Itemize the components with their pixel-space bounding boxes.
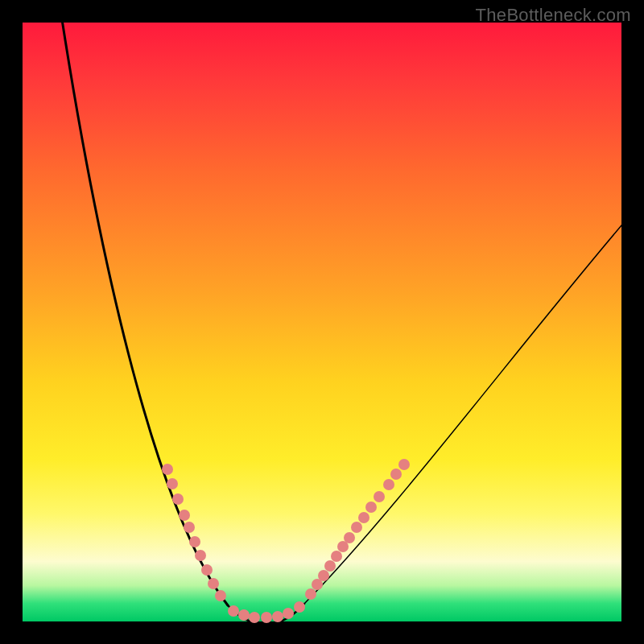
curve-left-branch bbox=[61, 14, 228, 605]
svg-point-26 bbox=[365, 502, 377, 513]
curve-right-branch bbox=[304, 192, 644, 604]
svg-point-15 bbox=[283, 608, 294, 619]
svg-point-17 bbox=[305, 588, 316, 600]
svg-point-25 bbox=[358, 512, 369, 523]
chart-plot-area bbox=[23, 23, 621, 621]
svg-point-24 bbox=[351, 522, 362, 533]
marker-group-right bbox=[305, 459, 410, 600]
svg-point-16 bbox=[294, 601, 305, 613]
watermark-text: TheBottleneck.com bbox=[476, 5, 631, 26]
svg-point-2 bbox=[172, 493, 184, 505]
svg-point-21 bbox=[331, 551, 342, 562]
svg-point-0 bbox=[162, 464, 173, 475]
marker-group-bottom bbox=[228, 601, 305, 623]
svg-point-29 bbox=[390, 469, 402, 480]
svg-point-9 bbox=[215, 590, 226, 601]
svg-point-8 bbox=[208, 578, 219, 589]
svg-point-13 bbox=[261, 612, 272, 623]
marker-group-left bbox=[162, 464, 226, 601]
svg-point-10 bbox=[228, 605, 239, 617]
svg-point-19 bbox=[318, 570, 329, 581]
svg-point-27 bbox=[374, 491, 385, 502]
svg-point-1 bbox=[167, 478, 178, 489]
svg-point-5 bbox=[189, 536, 200, 547]
svg-point-14 bbox=[272, 611, 283, 622]
svg-point-30 bbox=[398, 459, 410, 470]
svg-point-28 bbox=[383, 479, 394, 490]
chart-svg bbox=[23, 23, 621, 621]
svg-point-7 bbox=[201, 564, 213, 576]
svg-point-11 bbox=[238, 609, 250, 621]
svg-point-3 bbox=[179, 510, 190, 521]
svg-point-4 bbox=[184, 522, 195, 533]
svg-point-20 bbox=[324, 560, 336, 572]
svg-point-12 bbox=[249, 612, 260, 623]
svg-point-23 bbox=[344, 532, 355, 543]
svg-point-6 bbox=[195, 550, 206, 561]
